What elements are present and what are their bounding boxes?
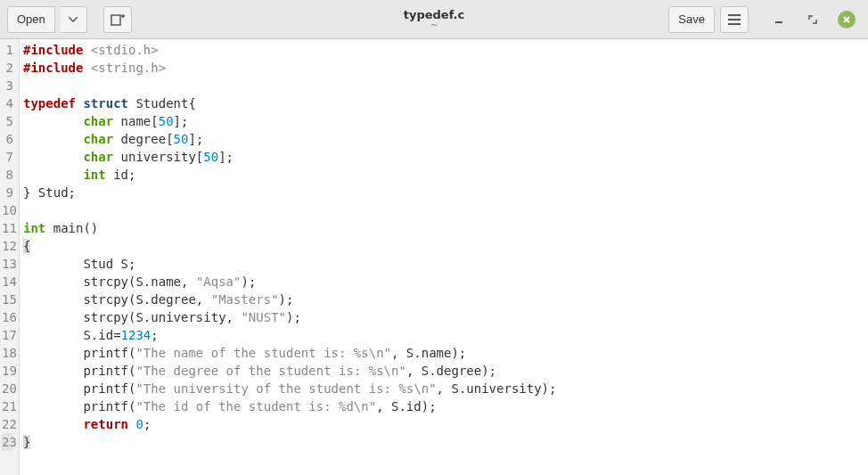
code-line[interactable]: strcpy(S.university, "NUST"); (23, 308, 556, 326)
code-line[interactable]: printf("The university of the student is… (23, 380, 556, 397)
open-recent-button[interactable] (61, 6, 87, 33)
line-number: 22 (2, 415, 13, 433)
line-number: 10 (2, 201, 13, 219)
editor: 1234567891011121314151617181920212223 #i… (0, 39, 868, 475)
code-line[interactable]: printf("The id of the student is: %d\n",… (23, 397, 556, 415)
headerbar-right: Save (668, 6, 861, 33)
line-number: 17 (2, 326, 13, 344)
line-number: 15 (2, 291, 13, 308)
line-number: 4 (2, 94, 13, 112)
code-line[interactable]: #include <string.h> (23, 59, 556, 77)
maximize-button[interactable] (798, 6, 827, 33)
save-button-label: Save (678, 12, 705, 26)
code-area[interactable]: #include <stdio.h>#include <string.h>typ… (20, 39, 556, 475)
code-line[interactable]: } Stud; (23, 184, 556, 201)
close-button[interactable] (832, 6, 861, 33)
line-number-gutter: 1234567891011121314151617181920212223 (0, 39, 20, 475)
code-line[interactable]: strcpy(S.degree, "Masters"); (23, 291, 556, 308)
code-line[interactable]: return 0; (23, 415, 556, 433)
open-button[interactable]: Open (7, 6, 55, 33)
line-number: 21 (2, 397, 13, 415)
minimize-icon (774, 15, 783, 24)
code-line[interactable]: strcpy(S.name, "Aqsa"); (23, 273, 556, 291)
line-number: 5 (2, 112, 13, 130)
line-number: 8 (2, 166, 13, 184)
hamburger-menu-button[interactable] (720, 6, 749, 33)
line-number: 9 (2, 184, 13, 201)
code-line[interactable] (23, 77, 556, 94)
headerbar-left: Open (7, 6, 132, 33)
line-number: 13 (2, 255, 13, 273)
open-button-label: Open (17, 12, 45, 26)
line-number: 11 (2, 219, 13, 237)
code-line[interactable]: #include <stdio.h> (23, 41, 556, 59)
code-line[interactable]: { (23, 237, 556, 255)
code-line[interactable] (23, 201, 556, 219)
line-number: 7 (2, 148, 13, 166)
new-tab-icon (111, 12, 125, 27)
line-number: 2 (2, 59, 13, 77)
code-line[interactable]: char university[50]; (23, 148, 556, 166)
new-tab-button[interactable] (103, 6, 132, 33)
line-number: 18 (2, 344, 13, 362)
line-number: 20 (2, 380, 13, 397)
line-number: 6 (2, 130, 13, 148)
code-line[interactable]: char name[50]; (23, 112, 556, 130)
minimize-button[interactable] (765, 6, 793, 33)
code-line[interactable]: printf("The degree of the student is: %s… (23, 362, 556, 380)
code-line[interactable]: int main() (23, 219, 556, 237)
close-icon (838, 11, 856, 29)
line-number: 14 (2, 273, 13, 291)
code-line[interactable]: Stud S; (23, 255, 556, 273)
code-line[interactable]: S.id=1234; (23, 326, 556, 344)
save-button[interactable]: Save (668, 6, 715, 33)
code-line[interactable]: int id; (23, 166, 556, 184)
line-number: 12 (2, 237, 13, 255)
code-line[interactable]: typedef struct Student{ (23, 94, 556, 112)
hamburger-icon (728, 14, 741, 25)
svg-rect-0 (111, 15, 120, 25)
code-line[interactable]: printf("The name of the student is: %s\n… (23, 344, 556, 362)
line-number: 1 (2, 41, 13, 59)
line-number: 16 (2, 308, 13, 326)
code-line[interactable]: char degree[50]; (23, 130, 556, 148)
chevron-down-icon (69, 17, 78, 22)
line-number: 23 (2, 433, 13, 451)
line-number: 3 (2, 77, 13, 94)
line-number: 19 (2, 362, 13, 380)
code-line[interactable]: } (23, 433, 556, 451)
maximize-icon (808, 15, 817, 24)
headerbar: Open typedef.c ~ Save (0, 0, 868, 39)
